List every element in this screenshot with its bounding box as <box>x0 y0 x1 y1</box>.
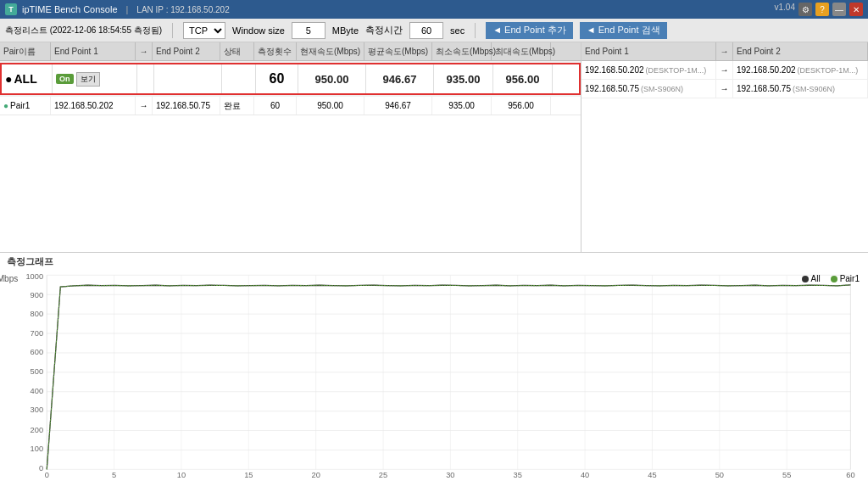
sep1 <box>172 23 173 38</box>
all-current: 950.00 <box>298 64 366 93</box>
svg-text:15: 15 <box>244 470 253 478</box>
legend-pair: Pair1 <box>831 274 860 283</box>
th-arrow: → <box>136 42 153 60</box>
app-title: ipTIME Bench Console <box>22 4 118 14</box>
svg-text:10: 10 <box>177 470 186 478</box>
svg-text:200: 200 <box>31 425 43 434</box>
rc-ep1-sub-1: (SM-S906N) <box>641 85 683 93</box>
window-size-label: Window size <box>232 25 285 36</box>
all-avg: 946.67 <box>366 64 434 93</box>
all-min: 935.00 <box>434 64 493 93</box>
svg-text:1000: 1000 <box>25 271 43 280</box>
pair-count: 60 <box>254 97 297 115</box>
window-size-input[interactable] <box>292 22 326 39</box>
svg-text:0: 0 <box>45 470 49 478</box>
pair-current: 950.00 <box>297 97 364 115</box>
svg-text:500: 500 <box>31 366 43 376</box>
pair-ep2: 192.168.50.75 <box>153 97 220 115</box>
rc-ep1-sub-0: (DESKTOP-1M...) <box>646 66 707 75</box>
rc-ep2-sub-1: (SM-S906N) <box>793 85 835 93</box>
all-ep2-cell <box>154 64 222 93</box>
gear-button[interactable]: ⚙ <box>798 3 812 16</box>
all-arrow <box>137 64 154 93</box>
pair-status: 완료 <box>220 97 254 115</box>
time-input[interactable] <box>409 22 443 39</box>
version-label: v1.04 <box>775 3 795 16</box>
svg-text:300: 300 <box>31 405 43 414</box>
titlebar: T ipTIME Bench Console | LAN IP : 192.16… <box>0 0 868 19</box>
right-row-0: 192.168.50.202 (DESKTOP-1M...) → 192.168… <box>581 61 868 80</box>
th-ep2: End Point 2 <box>153 42 220 60</box>
sep2 <box>475 23 476 38</box>
pair-max: 956.00 <box>492 97 551 115</box>
rth-ep1: End Point 1 <box>581 42 716 60</box>
help-button[interactable]: ? <box>815 3 829 16</box>
toolbar: 측정리스트 (2022-12-06 18:54:55 측정됨) TCP UDP … <box>0 19 868 42</box>
rc-ep2-1: 192.168.50.75 (SM-S906N) <box>733 80 868 98</box>
search-endpoint-button[interactable]: ◄ End Point 검색 <box>580 22 667 39</box>
mbyte-label: MByte <box>332 25 359 36</box>
pair-arrow: → <box>136 97 153 115</box>
pair-name: ● Pair1 <box>0 97 51 115</box>
svg-text:50: 50 <box>715 470 724 478</box>
svg-text:0: 0 <box>39 463 43 473</box>
svg-text:900: 900 <box>31 290 43 299</box>
graph-title: 측정그래프 <box>0 253 868 271</box>
minimize-button[interactable]: — <box>832 3 846 16</box>
rc-ep2-ip-1: 192.168.50.75 <box>737 84 791 93</box>
svg-text:25: 25 <box>379 470 387 478</box>
rth-arrow: → <box>716 42 733 60</box>
graph-inner: All Pair1 <box>12 271 868 478</box>
rth-ep2: End Point 2 <box>733 42 868 60</box>
rc-ep1-0: 192.168.50.202 (DESKTOP-1M...) <box>581 61 716 79</box>
graph-svg: 1000 900 800 700 600 500 400 300 200 100… <box>12 271 868 478</box>
right-table-header: End Point 1 → End Point 2 <box>581 42 868 61</box>
th-avg: 평균속도(Mbps) <box>364 42 432 60</box>
add-endpoint-label: ◄ End Point 추가 <box>492 24 566 36</box>
rc-ep2-ip-0: 192.168.50.202 <box>737 65 796 75</box>
all-dot: ● <box>5 72 12 86</box>
protocol-select[interactable]: TCP UDP <box>183 22 225 39</box>
th-count: 측정횟수 <box>254 42 297 60</box>
svg-text:800: 800 <box>31 309 43 318</box>
th-max: 최대속도(Mbps) <box>492 42 551 60</box>
rc-arrow-1: → <box>716 80 733 98</box>
title-sep: | <box>126 4 129 14</box>
rc-ep2-0: 192.168.50.202 (DESKTOP-1M...) <box>733 61 868 79</box>
svg-text:5: 5 <box>112 470 116 478</box>
all-max: 956.00 <box>493 64 553 93</box>
legend-all: All <box>802 274 821 283</box>
all-label: ALL <box>14 72 36 86</box>
legend-all-dot <box>802 276 809 282</box>
th-status: 상태 <box>220 42 254 60</box>
svg-text:100: 100 <box>31 444 43 453</box>
all-count: 60 <box>256 64 298 93</box>
right-row-1: 192.168.50.75 (SM-S906N) → 192.168.50.75… <box>581 80 868 98</box>
graph-container: Mbps All Pair1 <box>0 271 868 478</box>
table-header: Pair이름 End Point 1 → End Point 2 상태 측정횟수… <box>0 42 581 61</box>
graph-legend: All Pair1 <box>802 274 860 283</box>
svg-text:30: 30 <box>446 470 454 478</box>
log-button[interactable]: 보기 <box>76 72 100 87</box>
pair-ep1: 192.168.50.202 <box>51 97 136 115</box>
add-endpoint-button[interactable]: ◄ End Point 추가 <box>486 22 573 39</box>
legend-pair-dot <box>831 276 837 282</box>
main-content: Pair이름 End Point 1 → End Point 2 상태 측정횟수… <box>0 42 868 481</box>
time-label: 측정시간 <box>365 24 403 36</box>
on-badge: On <box>56 74 74 84</box>
th-ep1: End Point 1 <box>51 42 136 60</box>
th-current: 현재속도(Mbps) <box>297 42 364 60</box>
svg-text:55: 55 <box>782 470 791 478</box>
measurement-list-label: 측정리스트 (2022-12-06 18:54:55 측정됨) <box>5 25 162 36</box>
th-pair: Pair이름 <box>0 42 51 60</box>
rc-ep1-ip-0: 192.168.50.202 <box>585 65 644 75</box>
all-row: ● ALL On 보기 60 950.00 946.67 935.00 956.… <box>0 63 581 95</box>
all-ep1: On 보기 <box>53 64 137 93</box>
pair-label: Pair1 <box>10 101 30 110</box>
sec-label: sec <box>450 25 465 36</box>
svg-text:40: 40 <box>581 470 589 478</box>
close-button[interactable]: ✕ <box>849 3 863 16</box>
app-icon: T <box>5 3 17 15</box>
pair-min: 935.00 <box>432 97 492 115</box>
rc-ep2-sub-0: (DESKTOP-1M...) <box>798 66 859 75</box>
